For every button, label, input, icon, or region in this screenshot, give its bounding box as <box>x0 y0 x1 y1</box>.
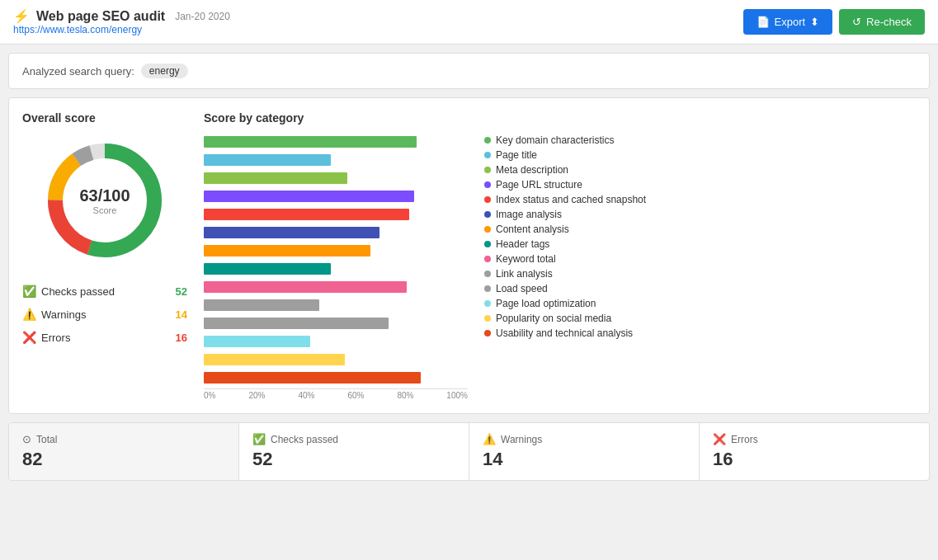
footer-errors-label: Errors <box>731 434 758 445</box>
total-value: 82 <box>22 449 225 470</box>
bar-row <box>204 261 468 276</box>
legend-item: Key domain characteristics <box>484 134 916 146</box>
recheck-icon: ↺ <box>852 16 861 28</box>
footer-pass-icon: ✅ <box>252 433 266 445</box>
checks-passed-icon: ✅ <box>22 285 36 298</box>
legend-label: Meta description <box>496 164 568 176</box>
legend-label: Key domain characteristics <box>496 134 614 146</box>
legend-label: Content analysis <box>496 224 569 235</box>
x-axis: 0% 20% 40% 60% 80% 100% <box>204 388 468 400</box>
bar <box>204 136 417 148</box>
legend-item: Page load optimization <box>484 298 916 309</box>
legend-item: Index status and cached snapshot <box>484 194 916 205</box>
legend-item: Link analysis <box>484 268 916 280</box>
legend-dot <box>484 330 491 336</box>
page-title: Web page SEO audit <box>36 9 165 24</box>
footer-checks-value: 52 <box>252 449 455 470</box>
legend-label: Image analysis <box>496 209 562 220</box>
bar <box>204 191 414 202</box>
warnings-label: Warnings <box>41 308 86 321</box>
bar <box>204 172 347 184</box>
legend-dot <box>484 196 491 203</box>
legend-dot <box>484 181 491 188</box>
warnings-icon: ⚠️ <box>22 308 36 321</box>
score-by-category-section: Score by category 0% 20% 40% 60% 80% 100… <box>204 111 468 400</box>
legend-label: Page load optimization <box>496 298 596 309</box>
recheck-button[interactable]: ↺ Re-check <box>839 9 925 35</box>
search-query-label: Analyzed search query: <box>22 65 134 78</box>
header-title: ⚡ Web page SEO audit Jan-20 2020 <box>13 8 230 24</box>
footer-warnings: ⚠️ Warnings 14 <box>469 423 700 480</box>
legend-label: Keyword total <box>496 253 556 265</box>
donut-chart: 63/100 Score <box>39 134 171 266</box>
errors-value: 16 <box>176 332 187 344</box>
footer-warnings-label: Warnings <box>501 434 542 445</box>
legend-dot <box>484 315 491 322</box>
legend-item: Content analysis <box>484 224 916 235</box>
overall-score-title: Overall score <box>22 111 187 125</box>
errors-row: ❌ Errors 16 <box>22 326 187 349</box>
bar <box>204 245 370 256</box>
legend-dot <box>484 285 491 292</box>
footer-err-icon: ❌ <box>713 433 726 445</box>
export-label: Export <box>775 16 806 28</box>
footer-stats: ⊙ Total 82 ✅ Checks passed 52 ⚠️ Warning… <box>8 422 930 481</box>
page-url[interactable]: https://www.tesla.com/energy <box>13 24 230 35</box>
search-query-bar: Analyzed search query: energy <box>8 53 930 89</box>
bar <box>204 154 331 166</box>
donut-score: 63/100 <box>79 186 130 205</box>
export-chevron-icon: ⬍ <box>810 16 819 28</box>
legend-label: Load speed <box>496 283 548 294</box>
bar <box>204 318 389 329</box>
bar-row <box>204 298 468 313</box>
bar-row <box>204 316 468 331</box>
bar-row <box>204 280 468 294</box>
errors-icon: ❌ <box>22 331 36 344</box>
bar-row <box>204 171 468 186</box>
legend-item: Load speed <box>484 283 916 294</box>
export-icon: 📄 <box>757 16 770 28</box>
legend-dot <box>484 167 491 173</box>
bar-row <box>204 334 468 349</box>
bar <box>204 281 407 293</box>
score-by-category-title: Score by category <box>204 111 468 125</box>
legend-item: Keyword total <box>484 253 916 265</box>
legend-item: Popularity on social media <box>484 313 916 324</box>
bar-row <box>204 207 468 222</box>
legend-label: Page URL structure <box>496 179 582 191</box>
warnings-value: 14 <box>176 308 187 321</box>
bar <box>204 227 379 238</box>
footer-errors-value: 16 <box>713 449 916 470</box>
checks-passed-label: Checks passed <box>41 285 115 298</box>
total-icon: ⊙ <box>22 433 31 445</box>
search-query-value: energy <box>141 64 188 78</box>
bar-row <box>204 352 468 367</box>
header-actions: 📄 Export ⬍ ↺ Re-check <box>743 9 926 35</box>
legend-item: Usability and technical analysis <box>484 327 916 339</box>
donut-center: 63/100 Score <box>79 186 130 215</box>
bar <box>204 263 331 275</box>
footer-warnings-value: 14 <box>483 449 686 470</box>
legend-item: Image analysis <box>484 209 916 220</box>
legend-label: Index status and cached snapshot <box>496 194 646 205</box>
legend-dot <box>484 241 491 247</box>
bar <box>204 354 345 365</box>
legend-item: Meta description <box>484 164 916 176</box>
legend-item: Header tags <box>484 238 916 250</box>
overall-score-section: Overall score 63/100 S <box>22 111 187 400</box>
legend-dot <box>484 300 491 307</box>
checks-passed-row: ✅ Checks passed 52 <box>22 280 187 303</box>
header: ⚡ Web page SEO audit Jan-20 2020 https:/… <box>0 0 938 45</box>
bar <box>204 299 319 311</box>
footer-errors: ❌ Errors 16 <box>700 423 929 480</box>
footer-checks-passed: ✅ Checks passed 52 <box>239 423 469 480</box>
bar-chart <box>204 134 468 385</box>
export-button[interactable]: 📄 Export ⬍ <box>743 9 833 35</box>
legend-label: Header tags <box>496 238 549 250</box>
recheck-label: Re-check <box>866 16 912 28</box>
legend-item: Page title <box>484 149 916 161</box>
main-card: Overall score 63/100 S <box>8 97 930 414</box>
card-inner: Overall score 63/100 S <box>22 111 916 400</box>
legend-label: Popularity on social media <box>496 313 611 324</box>
legend-label: Link analysis <box>496 268 553 280</box>
